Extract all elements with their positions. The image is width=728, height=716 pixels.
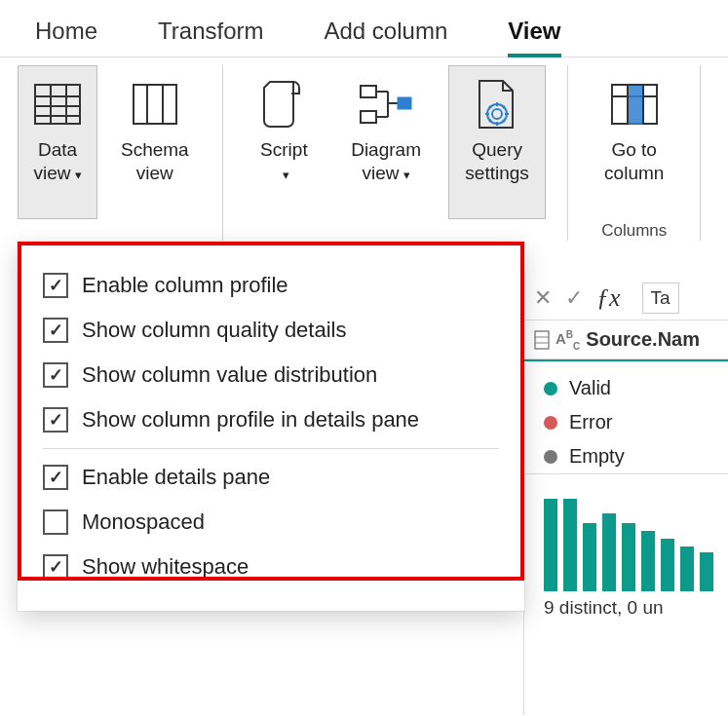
cancel-icon[interactable]: ✕ [534,285,552,311]
svg-rect-30 [629,86,642,125]
go-to-column-button[interactable]: Go to column [590,65,678,219]
stat-error: Error [544,405,714,439]
tab-transform[interactable]: Transform [158,18,263,45]
opt-enable-details-pane[interactable]: Enable details pane [43,455,499,500]
diagram-view-button[interactable]: Diagram view▾ [335,65,436,219]
hist-bar [583,523,596,591]
fx-icon[interactable]: ƒx [596,283,621,313]
confirm-icon[interactable]: ✓ [565,285,583,311]
checkbox-icon[interactable] [43,362,68,388]
svg-rect-6 [134,85,176,124]
svg-rect-0 [35,85,80,124]
opt-enable-column-profile[interactable]: Enable column profile [43,263,499,308]
checkbox-icon[interactable] [43,554,68,580]
opt-show-value-distribution[interactable]: Show column value distribution [43,353,499,397]
svg-line-23 [503,120,505,122]
column-quality-stats: Valid Error Empty [524,359,728,474]
script-button[interactable]: Script▾ [244,65,324,219]
hist-bar [544,499,557,591]
tab-view[interactable]: View [508,18,560,57]
document-gear-icon [476,72,518,136]
table-grid-icon [33,72,82,136]
formula-bar[interactable]: ✕ ✓ ƒx Ta [524,277,728,320]
data-view-dropdown: Enable column profile Show column qualit… [18,242,524,611]
script-icon [262,72,305,136]
checkbox-icon[interactable] [43,407,68,433]
dot-error-icon [544,416,557,430]
hist-bar [622,523,635,591]
goto-column-icon [610,72,659,136]
hist-bar [602,513,616,591]
checkbox-icon[interactable] [43,509,68,535]
svg-rect-15 [398,97,411,109]
column-header[interactable]: ABC Source.Nam [524,320,728,359]
dot-valid-icon [544,382,557,396]
svg-point-16 [492,109,502,119]
svg-line-24 [489,120,491,122]
opt-show-profile-details-pane[interactable]: Show column profile in details pane [43,397,499,442]
hist-bar [680,546,694,591]
text-type-icon: ABC [556,329,580,350]
ribbon-tabs: Home Transform Add column View [0,0,728,57]
hist-bar [700,552,713,591]
diagram-icon [359,72,413,136]
svg-line-25 [503,106,505,108]
svg-rect-10 [361,111,376,123]
svg-line-22 [489,106,491,108]
svg-rect-9 [361,86,376,97]
svg-rect-31 [535,331,549,349]
checkbox-icon[interactable] [43,465,68,490]
dot-empty-icon [544,450,557,464]
value-distribution-histogram [524,474,728,591]
tab-add-column[interactable]: Add column [325,18,448,45]
checkbox-icon[interactable] [43,273,68,298]
query-settings-button[interactable]: Query settings [448,65,547,219]
columns-group-label: Columns [601,221,667,241]
data-view-button[interactable]: Data view▾ [18,65,97,219]
columns-icon [132,72,178,136]
table-mini-icon [534,330,550,350]
hist-bar [661,539,674,591]
table-token: Ta [642,283,679,314]
data-preview-panel: ✕ ✓ ƒx Ta ABC Source.Nam Valid Error Emp… [523,277,728,715]
histogram-summary: 9 distinct, 0 un [524,591,728,619]
hist-bar [641,531,655,591]
opt-show-whitespace[interactable]: Show whitespace [43,545,499,589]
schema-view-button[interactable]: Schema view [109,65,201,219]
checkbox-icon[interactable] [43,318,68,343]
menu-divider [43,448,499,449]
hist-bar [563,499,577,591]
tab-home[interactable]: Home [35,18,97,45]
opt-monospaced[interactable]: Monospaced [43,500,499,545]
opt-show-column-quality[interactable]: Show column quality details [43,308,499,353]
stat-valid: Valid [544,371,714,405]
stat-empty: Empty [544,439,714,473]
ribbon: Data view▾ Schema view Script▾ Diagram v… [0,57,728,252]
